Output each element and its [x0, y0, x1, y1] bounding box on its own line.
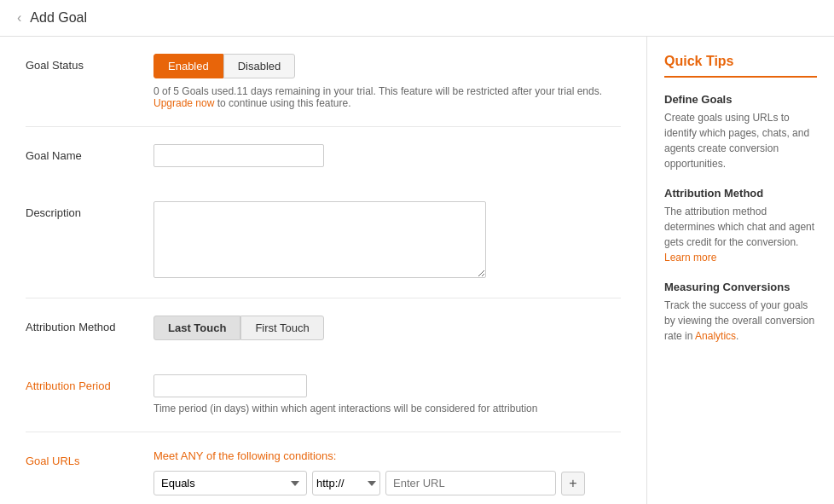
- protocol-select[interactable]: http:// https://: [312, 471, 380, 495]
- page-header: ‹ Add Goal: [0, 0, 834, 37]
- form-area: Goal Status Enabled Disabled 0 of 5 Goal…: [0, 37, 646, 504]
- tip-measuring-heading: Measuring Conversions: [664, 281, 817, 293]
- learn-more-link[interactable]: Learn more: [664, 252, 716, 264]
- description-label: Description: [26, 201, 153, 219]
- sidebar-title: Quick Tips: [664, 54, 817, 78]
- conditions-any: ANY: [181, 449, 204, 462]
- goal-name-row: Goal Name: [26, 144, 621, 184]
- quick-tips-sidebar: Quick Tips Define Goals Create goals usi…: [646, 37, 834, 504]
- attribution-period-row: Attribution Period 30 Time period (in da…: [26, 374, 621, 432]
- tip-attribution-body: The attribution method determines which …: [664, 206, 814, 248]
- tip-attribution-text: The attribution method determines which …: [664, 204, 817, 265]
- trial-text: 0 of 5 Goals used.11 days remaining in y…: [153, 85, 602, 97]
- description-controls: [153, 201, 621, 281]
- goal-status-row: Goal Status Enabled Disabled 0 of 5 Goal…: [26, 54, 621, 127]
- conditions-prefix: Meet: [153, 449, 181, 462]
- attribution-period-controls: 30 Time period (in days) within which ag…: [153, 374, 621, 414]
- equals-select[interactable]: Equals Contains Starts With Ends With: [153, 471, 307, 495]
- goal-urls-controls: Meet ANY of the following conditions: Eq…: [153, 449, 621, 495]
- status-toggle: Enabled Disabled: [153, 54, 621, 78]
- goal-status-label: Goal Status: [26, 54, 153, 72]
- goal-urls-label: Goal URLs: [26, 449, 153, 467]
- conditions-suffix: of the following conditions:: [203, 449, 336, 462]
- url-input[interactable]: [385, 471, 556, 495]
- page-title: Add Goal: [30, 10, 87, 26]
- goal-name-label: Goal Name: [26, 144, 153, 162]
- attribution-method-label: Attribution Method: [26, 316, 153, 333]
- conditions-label: Meet ANY of the following conditions:: [153, 449, 621, 462]
- attribution-method-controls: Last Touch First Touch: [153, 316, 621, 340]
- description-textarea[interactable]: [153, 201, 486, 278]
- analytics-link[interactable]: Analytics: [695, 330, 736, 342]
- period-hint: Time period (in days) within which agent…: [153, 403, 621, 414]
- attribution-period-input[interactable]: 30: [153, 374, 307, 397]
- last-touch-button[interactable]: Last Touch: [153, 316, 240, 340]
- first-touch-button[interactable]: First Touch: [240, 316, 323, 340]
- back-button[interactable]: ‹: [17, 10, 21, 26]
- tip-attribution-method: Attribution Method The attribution metho…: [664, 187, 817, 265]
- tip-measuring-text: Track the success of your goals by viewi…: [664, 298, 817, 344]
- url-condition-row: Equals Contains Starts With Ends With ht…: [153, 471, 621, 495]
- tip-measuring-suffix: .: [736, 330, 738, 342]
- disabled-button[interactable]: Disabled: [223, 54, 296, 78]
- main-layout: Goal Status Enabled Disabled 0 of 5 Goal…: [0, 37, 834, 504]
- add-url-button[interactable]: +: [561, 472, 585, 495]
- attribution-toggle: Last Touch First Touch: [153, 316, 621, 340]
- trial-info: 0 of 5 Goals used.11 days remaining in y…: [153, 85, 621, 109]
- tip-attribution-heading: Attribution Method: [664, 187, 817, 200]
- enabled-button[interactable]: Enabled: [153, 54, 223, 78]
- upgrade-suffix: to continue using this feature.: [217, 97, 351, 109]
- goal-name-controls: [153, 144, 621, 167]
- upgrade-link[interactable]: Upgrade now: [153, 97, 214, 109]
- goal-name-input[interactable]: [153, 144, 324, 167]
- attribution-method-row: Attribution Method Last Touch First Touc…: [26, 316, 621, 357]
- description-row: Description: [26, 201, 621, 298]
- tip-define-goals-text: Create goals using URLs to identify whic…: [664, 110, 817, 171]
- tip-define-goals: Define Goals Create goals using URLs to …: [664, 93, 817, 171]
- attribution-period-label: Attribution Period: [26, 374, 153, 392]
- tip-define-goals-heading: Define Goals: [664, 93, 817, 106]
- goal-urls-row: Goal URLs Meet ANY of the following cond…: [26, 449, 621, 504]
- tip-measuring-body: Track the success of your goals by viewi…: [664, 299, 814, 342]
- goal-status-controls: Enabled Disabled 0 of 5 Goals used.11 da…: [153, 54, 621, 109]
- tip-measuring-conversions: Measuring Conversions Track the success …: [664, 281, 817, 344]
